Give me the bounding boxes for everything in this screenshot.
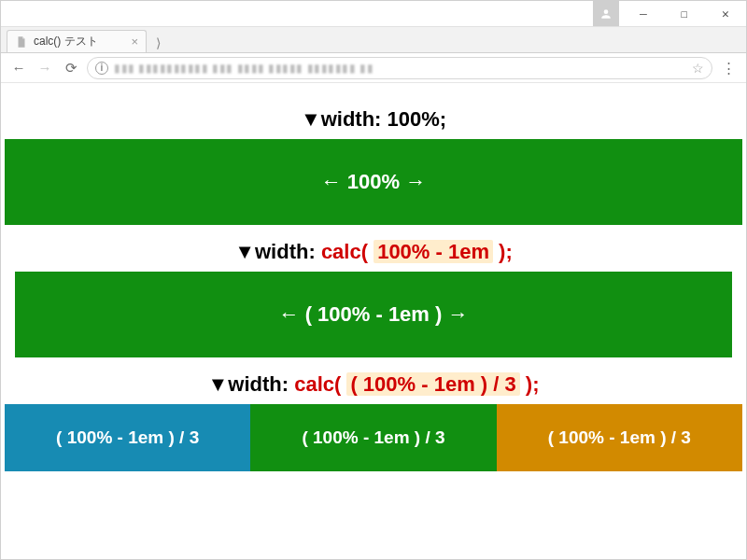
triangle-marker-icon: ▼ xyxy=(301,107,321,131)
demo-box-100: ← 100% → xyxy=(5,139,742,225)
triangle-marker-icon: ▼ xyxy=(208,372,229,396)
css-property: width: xyxy=(321,107,388,131)
calc-open: calc( xyxy=(321,240,374,263)
user-avatar-button[interactable] xyxy=(593,1,619,26)
forward-button[interactable]: → xyxy=(35,58,55,78)
close-icon[interactable]: × xyxy=(131,35,138,48)
site-info-icon[interactable]: i xyxy=(95,62,108,75)
bookmark-star-icon[interactable]: ☆ xyxy=(692,61,704,76)
new-tab-button[interactable]: ⟩ xyxy=(147,35,169,52)
css-property: width: xyxy=(255,240,321,263)
demo-box-third-2: ( 100% - 1em ) / 3 xyxy=(250,404,496,471)
url-text: ▮▮▮ ▮▮▮▮▮▮▮▮▮▮ ▮▮▮ ▮▮▮▮ ▮▮▮▮▮ ▮▮▮▮▮▮▮ ▮▮ xyxy=(114,62,686,75)
back-button[interactable]: ← xyxy=(8,58,29,78)
heading-width-calc-1em: ▼width: calc( 100% - 1em ); xyxy=(1,240,746,264)
window-maximize-button[interactable]: ☐ xyxy=(664,1,705,26)
calc-expression: 100% - 1em xyxy=(374,240,493,263)
demo-box-third-1: ( 100% - 1em ) / 3 xyxy=(5,404,250,471)
demo-box-third-3: ( 100% - 1em ) / 3 xyxy=(497,404,742,471)
css-property: width: xyxy=(228,372,294,396)
browser-tab-active[interactable]: calc() テスト × xyxy=(7,30,147,52)
heading-width-calc-third: ▼width: calc( ( 100% - 1em ) / 3 ); xyxy=(1,372,746,397)
calc-expression: ( 100% - 1em ) / 3 xyxy=(346,372,519,396)
demo-box-calc-1em: ← ( 100% - 1em ) → xyxy=(15,272,732,357)
reload-button[interactable]: ⟳ xyxy=(61,58,81,78)
css-value: 100%; xyxy=(388,107,447,131)
window-minimize-button[interactable]: — xyxy=(623,1,664,26)
page-content: ▼width: 100%; ← 100% → ▼width: calc( 100… xyxy=(1,83,746,471)
window-close-button[interactable]: ✕ xyxy=(705,1,746,26)
tab-title: calc() テスト xyxy=(34,34,98,49)
heading-width-100: ▼width: 100%; xyxy=(1,107,746,132)
window-titlebar: — ☐ ✕ xyxy=(1,1,746,27)
file-icon xyxy=(15,35,28,49)
box-label: ← 100% → xyxy=(321,170,427,194)
demo-row-thirds: ( 100% - 1em ) / 3 ( 100% - 1em ) / 3 ( … xyxy=(1,404,746,471)
browser-menu-button[interactable]: ⋮ xyxy=(718,60,739,77)
box-label: ( 100% - 1em ) / 3 xyxy=(548,427,691,448)
tab-strip: calc() テスト × ⟩ xyxy=(1,27,746,53)
triangle-marker-icon: ▼ xyxy=(234,240,255,263)
box-label: ( 100% - 1em ) / 3 xyxy=(56,427,199,448)
box-label: ( 100% - 1em ) / 3 xyxy=(302,427,444,448)
toolbar: ← → ⟳ i ▮▮▮ ▮▮▮▮▮▮▮▮▮▮ ▮▮▮ ▮▮▮▮ ▮▮▮▮▮ ▮▮… xyxy=(1,53,746,83)
calc-open: calc( xyxy=(294,372,346,396)
calc-close: ); xyxy=(493,240,513,263)
box-label: ← ( 100% - 1em ) → xyxy=(279,302,469,327)
calc-close: ); xyxy=(520,372,540,396)
address-bar[interactable]: i ▮▮▮ ▮▮▮▮▮▮▮▮▮▮ ▮▮▮ ▮▮▮▮ ▮▮▮▮▮ ▮▮▮▮▮▮▮ … xyxy=(87,57,712,79)
